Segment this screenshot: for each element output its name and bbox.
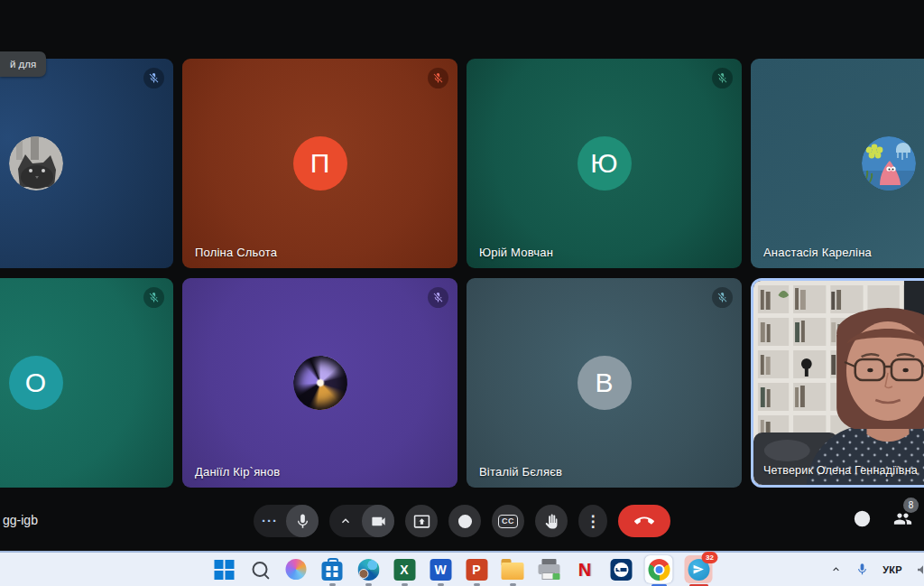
avatar-initial: В (578, 356, 632, 410)
windows-taskbar: X W P N (0, 551, 924, 586)
cartoon-avatar (862, 136, 916, 191)
file-explorer-button[interactable] (501, 557, 525, 581)
copilot-button[interactable] (284, 557, 309, 581)
audio-settings-button[interactable]: ··· (254, 505, 286, 537)
participant-tile-o[interactable]: О (0, 278, 173, 488)
mic-muted-icon (428, 68, 448, 88)
participant-name: Анастасія Кареліна (763, 246, 872, 259)
windows-logo-icon (214, 560, 234, 580)
word-icon: W (430, 559, 451, 581)
captions-icon: CC (498, 515, 518, 528)
tray-clipped-icon (916, 563, 924, 577)
tray-microphone-button[interactable] (855, 563, 869, 576)
tray-show-hidden-button[interactable] (830, 563, 842, 575)
system-tray: УКР (830, 553, 924, 586)
participant-tile-cat[interactable] (0, 59, 173, 268)
avatar-initial: П (293, 136, 347, 191)
meet-window: й для (0, 0, 924, 551)
avatar-initial: Ю (578, 136, 632, 191)
cat-avatar (9, 136, 63, 191)
participant-count-badge: 8 (903, 498, 919, 513)
store-icon (322, 562, 343, 581)
netflix-button[interactable]: N (573, 557, 597, 581)
mic-muted-icon (428, 287, 448, 308)
teamviewer-icon (610, 559, 632, 581)
participant-tile-daniil[interactable]: Даніїл Кір`янов (182, 278, 457, 488)
desktop: й для (0, 0, 924, 586)
printer-button[interactable] (537, 557, 561, 581)
participant-name: Четверик Олена Геннадіївна (763, 464, 918, 477)
more-options-button[interactable]: ⋮ (578, 505, 607, 537)
participant-tile-yurii[interactable]: Ю Юрій Мовчан (467, 59, 742, 268)
mic-muted-icon (712, 287, 733, 308)
copilot-icon (286, 559, 307, 580)
present-screen-button[interactable] (405, 505, 438, 537)
participant-tile-vitalii[interactable]: В Віталій Бєляєв (467, 278, 742, 488)
word-button[interactable]: W (429, 557, 453, 581)
chrome-button[interactable] (645, 555, 673, 583)
printer-icon (538, 562, 559, 580)
end-call-button[interactable] (618, 505, 670, 537)
reactions-button[interactable] (448, 505, 481, 537)
taskbar-apps: X W P N (212, 553, 713, 586)
chrome-icon (648, 559, 670, 581)
raise-hand-icon (543, 513, 560, 530)
camera-icon (370, 513, 387, 530)
emoji-icon (457, 513, 474, 530)
powerpoint-icon: P (466, 559, 487, 581)
participant-name: Поліна Сльота (195, 246, 277, 259)
language-indicator[interactable]: УКР (882, 564, 902, 575)
tooltip: й для (0, 51, 46, 77)
start-button[interactable] (212, 557, 236, 581)
participant-tile-anastasiia[interactable]: Анастасія Кареліна (751, 59, 924, 268)
edge-button[interactable] (356, 557, 381, 581)
video-feed (753, 281, 924, 485)
participant-tile-polina[interactable]: П Поліна Сльота (182, 59, 457, 268)
folder-icon (502, 563, 524, 580)
mic-control-pill: ··· (254, 505, 319, 537)
mic-muted-icon (712, 68, 733, 88)
camera-button[interactable] (362, 505, 394, 537)
search-button[interactable] (248, 557, 273, 581)
participant-tile-olena-video[interactable]: Четверик Олена Геннадіївна (751, 278, 924, 488)
call-controls: ··· (254, 505, 670, 537)
telegram-button[interactable]: 32 (685, 555, 713, 583)
chevron-up-icon (338, 514, 353, 528)
excel-icon: X (393, 559, 415, 581)
galaxy-avatar (286, 349, 355, 417)
mic-muted-icon (143, 287, 164, 308)
participant-name: Даніїл Кір`янов (195, 465, 280, 479)
meeting-side-controls: 8 (853, 509, 912, 528)
participant-name: Юрій Мовчан (479, 246, 553, 259)
netflix-icon: N (578, 561, 591, 579)
mic-button[interactable] (286, 505, 319, 537)
more-vertical-icon: ⋮ (586, 514, 601, 529)
edge-icon (357, 559, 379, 581)
participant-name: Віталій Бєляєв (479, 465, 562, 479)
telegram-notification-badge: 32 (702, 552, 718, 563)
camera-control-pill (329, 505, 394, 537)
raise-hand-button[interactable] (535, 505, 568, 537)
avatar-initial: О (9, 356, 63, 410)
microsoft-store-button[interactable] (320, 557, 345, 581)
tray-mic-icon (855, 563, 869, 576)
mic-icon (294, 513, 311, 530)
meeting-info-button[interactable] (853, 509, 872, 528)
teamviewer-button[interactable] (609, 557, 633, 581)
end-call-icon (634, 511, 654, 531)
chevron-up-icon (830, 563, 842, 575)
present-screen-icon (413, 513, 430, 530)
search-icon (253, 562, 268, 577)
excel-button[interactable]: X (393, 557, 417, 581)
mic-muted-icon (143, 68, 164, 88)
people-button[interactable]: 8 (893, 509, 912, 528)
more-horizontal-icon: ··· (262, 516, 278, 526)
powerpoint-button[interactable]: P (465, 557, 489, 581)
meet-control-bar: gg-igb ··· (0, 488, 924, 551)
participant-grid: П Поліна Сльота Ю Юрій Мовчан (0, 59, 924, 488)
meeting-code: gg-igb (3, 513, 38, 527)
info-icon (853, 509, 872, 528)
video-settings-button[interactable] (329, 505, 362, 537)
captions-button[interactable]: CC (492, 505, 524, 537)
